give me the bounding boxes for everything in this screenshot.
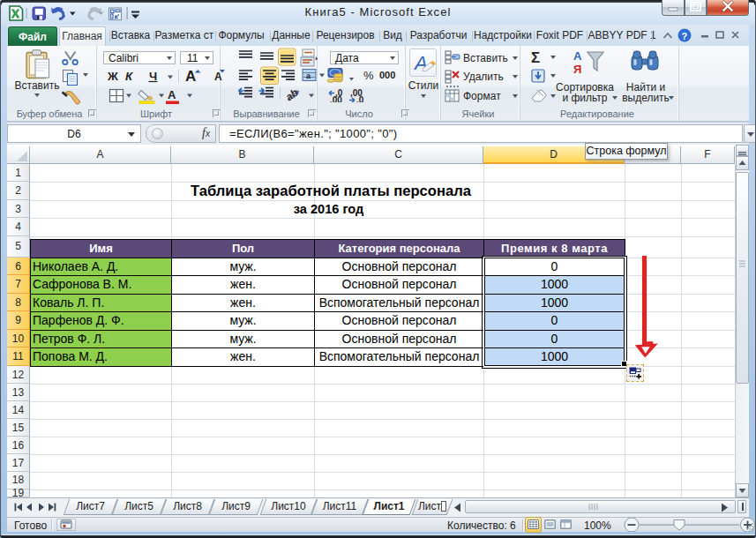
svg-text:Ж: Ж bbox=[107, 70, 118, 83]
svg-text:A: A bbox=[168, 88, 176, 101]
svg-text:Σ: Σ bbox=[531, 49, 540, 66]
svg-text:К: К bbox=[125, 70, 133, 83]
svg-text:,0: ,0 bbox=[356, 95, 364, 102]
svg-text:,00: ,00 bbox=[330, 95, 342, 102]
svg-text:Я: Я bbox=[573, 63, 581, 75]
svg-text:ab: ab bbox=[283, 86, 301, 104]
svg-text:А: А bbox=[573, 49, 582, 63]
svg-text:000: 000 bbox=[379, 70, 395, 80]
svg-text:?: ? bbox=[682, 31, 688, 41]
svg-text:A: A bbox=[185, 69, 196, 85]
svg-text:%: % bbox=[363, 69, 374, 82]
svg-text:Ч: Ч bbox=[149, 70, 157, 83]
svg-text:A: A bbox=[214, 71, 222, 83]
